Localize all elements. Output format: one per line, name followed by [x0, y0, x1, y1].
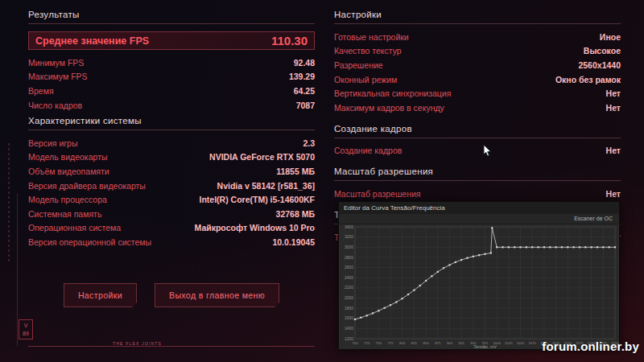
svg-text:800: 800 — [399, 341, 406, 345]
svg-text:2800: 2800 — [345, 255, 353, 260]
mouse-cursor — [483, 145, 494, 158]
svg-text:1400: 1400 — [345, 326, 353, 331]
svg-text:2600: 2600 — [345, 265, 353, 269]
setting-value: Окно без рамок — [555, 75, 621, 84]
watermark: forum.onliner.by — [542, 339, 639, 353]
vf-curve-chart[interactable]: 7007257507758008258508759009259509751000… — [339, 224, 619, 349]
spec-label: Системная память — [28, 209, 101, 219]
result-label: Время — [28, 86, 54, 96]
spec-row: Модель видеокарты NVIDIA GeForce RTX 507… — [28, 150, 315, 165]
oc-scanner-link[interactable]: Escaner de OC — [339, 214, 619, 224]
svg-text:875: 875 — [435, 341, 441, 345]
spec-label: Операционная система — [28, 223, 121, 232]
spec-value: Майкрософт Windows 10 Pro — [195, 223, 315, 232]
svg-text:1075: 1075 — [528, 341, 536, 345]
spec-row: Версия игры 2.3 — [28, 136, 315, 150]
spec-value: 32768 МБ — [276, 209, 315, 219]
svg-text:2000: 2000 — [345, 295, 353, 300]
bottom-decor-text: THE FLEX JOINTS — [113, 341, 162, 346]
setting-row: Вертикальная синхронизация Нет — [334, 86, 621, 101]
result-label: Число кадров — [28, 101, 82, 110]
svg-text:775: 775 — [387, 341, 394, 345]
curve-editor-title-bar[interactable]: Editor da Curva Tensão/Frequência — [339, 202, 619, 214]
setting-label: Максимум кадров в секунду — [334, 103, 444, 113]
setting-label: Вертикальная синхронизация — [334, 88, 451, 98]
setting-label: Разрешение — [334, 60, 383, 70]
spec-value: Intel(R) Core(TM) i5-14600KF — [199, 195, 315, 204]
setting-value: Иное — [600, 32, 621, 42]
spec-label: Версия драйвера видеокарты — [28, 181, 146, 191]
spec-row: Версия операционной системы 10.0.19045 — [28, 235, 315, 249]
setting-row: Разрешение 2560x1440 — [334, 58, 621, 72]
svg-text:700: 700 — [352, 341, 358, 345]
exit-to-main-menu-button[interactable]: Выход в главное меню — [155, 283, 279, 307]
result-row: Максимум FPS 139.29 — [28, 70, 315, 84]
result-value: 92.48 — [294, 58, 315, 68]
result-value: 64.25 — [294, 86, 315, 96]
result-row: Время 64.25 — [28, 84, 315, 98]
setting-value: Нет — [606, 88, 621, 98]
svg-text:1800: 1800 — [345, 306, 353, 311]
spec-label: Версия игры — [28, 138, 77, 148]
average-fps-value: 110.30 — [271, 34, 308, 47]
setting-label: Готовые настройки — [334, 32, 409, 42]
version-badge-line2: 89 — [19, 330, 32, 338]
svg-text:725: 725 — [364, 341, 370, 345]
setting-label: Оконный режим — [334, 75, 397, 84]
left-edge-decor-dashes — [8, 143, 10, 264]
setting-row: Масштаб разрешения Нет — [334, 187, 621, 201]
curve-editor-window: Editor da Curva Tensão/Frequência Escane… — [338, 201, 620, 350]
svg-text:1050: 1050 — [517, 341, 525, 345]
system-specs-header: Характеристики системы — [28, 114, 315, 130]
resolution-scaling-section: Масштаб разрешения Масштаб разрешения Не… — [334, 165, 621, 201]
spec-label: Версия операционной системы — [28, 237, 151, 247]
frame-generation-section: Создание кадров Создание кадров Нет — [334, 122, 621, 158]
result-value: 139.29 — [289, 72, 315, 81]
setting-label: Масштаб разрешения — [334, 189, 421, 199]
bottom-decor-line — [28, 346, 315, 347]
footer-buttons: Настройки Выход в главное меню — [28, 283, 315, 307]
settings-header: Настройки — [334, 8, 621, 24]
svg-text:900: 900 — [447, 341, 453, 345]
setting-row: Создание кадров Нет — [334, 144, 621, 158]
spec-label: Объём видеопамяти — [28, 167, 109, 176]
result-row: Минимум FPS 92.48 — [28, 56, 315, 70]
result-row: Число кадров 7087 — [28, 98, 315, 113]
svg-text:850: 850 — [423, 341, 430, 345]
version-badge: V 89 — [19, 319, 33, 339]
setting-value: 2560x1440 — [578, 60, 621, 70]
spec-row: Модель процессора Intel(R) Core(TM) i5-1… — [28, 192, 315, 207]
results-header: Результаты — [28, 8, 315, 24]
setting-value: Высокое — [584, 46, 621, 56]
version-badge-line1: V — [19, 322, 32, 330]
setting-value: Нет — [606, 189, 621, 199]
svg-text:3400: 3400 — [345, 224, 353, 229]
left-edge-decor-line — [17, 193, 18, 346]
spec-row: Версия драйвера видеокарты Nvidia v 5814… — [28, 179, 315, 193]
setting-row: Оконный режим Окно без рамок — [334, 72, 621, 87]
result-label: Максимум FPS — [28, 72, 88, 81]
svg-text:1600: 1600 — [345, 315, 353, 320]
spec-value: 11855 МБ — [276, 167, 315, 176]
setting-label: Качество текстур — [334, 46, 402, 56]
spec-label: Модель процессора — [28, 195, 107, 204]
spec-label: Модель видеокарты — [28, 152, 107, 162]
frame-generation-header: Создание кадров — [334, 122, 621, 138]
result-label: Минимум FPS — [28, 58, 84, 68]
svg-text:Tensão, mV: Tensão, mV — [473, 344, 497, 349]
setting-row: Качество текстур Высокое — [334, 44, 621, 59]
spec-row: Объём видеопамяти 11855 МБ — [28, 164, 315, 179]
spec-value: 2.3 — [303, 138, 315, 148]
svg-text:3200: 3200 — [345, 234, 353, 239]
average-fps-label: Среднее значение FPS — [35, 35, 149, 47]
system-specs-panel: Характеристики системы Версия игры 2.3 М… — [28, 114, 315, 249]
setting-row: Максимум кадров в секунду Нет — [334, 101, 621, 115]
spec-value: 10.0.19045 — [272, 237, 315, 247]
result-value: 7087 — [296, 101, 315, 110]
spec-row: Системная память 32768 МБ — [28, 207, 315, 221]
spec-value: Nvidia v 58142 [r581_36] — [217, 181, 315, 191]
spec-value: NVIDIA GeForce RTX 5070 — [209, 152, 315, 162]
settings-button[interactable]: Настройки — [64, 283, 137, 307]
svg-text:825: 825 — [411, 341, 418, 345]
results-panel: Результаты Среднее значение FPS 110.30 М… — [28, 8, 315, 112]
